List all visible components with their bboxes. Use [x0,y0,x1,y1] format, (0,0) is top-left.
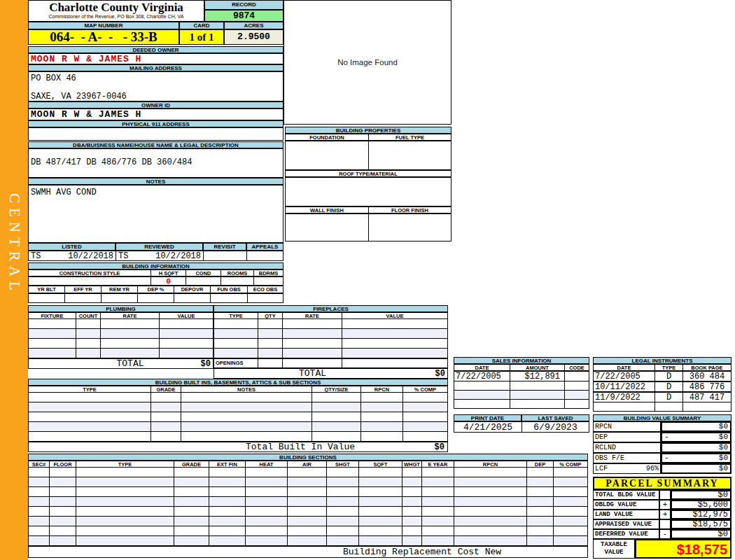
wall-finish-value [286,214,369,241]
empty-table-row [214,339,448,349]
bvs-op: - [664,454,669,462]
builtins-grade-label: GRADE [151,386,181,392]
bvs-lcf-label: LCF [595,465,608,472]
funobs-label: FUN OBS [211,286,248,293]
legal-row: 11/9/2022 D 487 417 [593,392,732,402]
whgt-label: WHGT [402,461,422,467]
mailing-line2: SAXE, VA 23967-0046 [29,83,283,102]
fireplaces-total-label: TOTAL [283,368,342,379]
legal-date: 7/22/2005 [594,372,655,381]
fireplaces-type-label: TYPE [214,313,258,318]
parcel-row: TOTAL BLDG VALUE $0 [593,490,732,500]
roof-label: ROOF TYPE/MATERIAL [285,170,451,177]
fireplaces-qty-label: QTY [258,313,283,318]
legal-type-label: TYPE [655,365,683,370]
record-label: RECORD [204,0,284,10]
builtins-notes-label: NOTES [181,386,312,392]
print-value-row: 4/21/2025 6/9/2023 [454,421,589,433]
secrpcn-label: RPCN [454,461,527,467]
bvs-dep-value: $0 [719,433,728,441]
empty-table-row [28,507,588,517]
last-saved-label: LAST SAVED [522,414,589,421]
sales-code [565,372,589,381]
plumbing-total-label: TOTAL [101,358,160,369]
legal-bookpage: 486 776 [683,382,731,391]
reviewed-date: 10/2/2018 [155,251,201,260]
land-value: $12,975 [671,510,732,519]
builtins-type-label: TYPE [29,386,151,392]
card-value: 1 of 1 [179,29,224,45]
record-value: 9874 [204,10,284,22]
construction-style-label: CONSTRUCTION STYLE [29,270,151,276]
wall-finish-label: WALL FINISH [286,207,369,213]
bvs-row: RPCN $0 [593,421,732,432]
deferred-value-label: DEFERRED VALUE [593,529,659,539]
cond-label: COND [186,270,221,276]
print-date-value: 4/21/2025 [454,422,522,432]
appeals-label: APPEALS [246,243,284,251]
building-value-summary-title: BUILDING VALUE SUMMARY [593,414,732,421]
revisit-label: REVISIT [203,243,246,251]
visits-value-row: TS 10/2/2018 TS 10/2/2018 [28,251,284,261]
obldg-value: $5,600 [671,500,732,510]
plumbing-empty-rows [28,319,214,358]
bdrms-label: BDRMS [254,270,283,276]
acres-value: 2.9500 [224,29,284,45]
county-header: Charlotte County Virginia Commissioner o… [28,0,204,22]
floor-finish-label: FLOOR FINISH [369,207,451,213]
appraised-value-label: APPRAISED VALUE [593,519,659,529]
empty-table-row [28,412,448,422]
empty-table-row [28,526,588,536]
revisit-value [204,251,247,260]
mailing-address-label: MAILING ADDRESS [28,64,284,71]
parcel-op: + [659,510,671,519]
building-sections-headers: SEC# FLOOR TYPE GRADE EXT FIN HEAT AIR S… [28,461,588,468]
heat-label: HEAT [246,461,288,467]
bvs-obsfe-value: $0 [719,454,728,462]
sales-amount-label: AMOUNT [510,365,565,370]
empty-table-row [28,487,588,497]
map-header-row: MAP NUMBER CARD ACRES [28,22,284,29]
parcel-op [659,490,671,500]
empty-table-row [28,402,448,412]
building-sections-empty-rows [28,468,588,546]
eyear-label: E YEAR [422,461,454,467]
taxable-value-label: TAXABLE VALUE [593,539,635,559]
appeals-value [247,251,283,260]
empty-table-row [593,402,732,412]
mailing-address-box: PO BOX 46 SAXE, VA 23967-0046 [28,71,284,102]
empty-table-row [28,319,214,329]
empty-table-row [28,497,588,507]
bvs-rclnd-label: RCLND [595,444,616,451]
map-number-value: 064- - A- - - 33-B [28,29,179,45]
empty-table-row [28,329,214,339]
parcel-op: + [659,500,671,510]
replacement-cost-label: Building Replacement Cost New [343,547,501,558]
parcel-row: DEFERRED VALUE - $0 [593,529,732,539]
shgt-label: SHGT [327,461,359,467]
map-value-row: 064- - A- - - 33-B 1 of 1 2.9500 [28,29,284,45]
floor-label: FLOOR [50,461,76,467]
empty-table-row [28,422,448,432]
fuel-type-label: FUEL TYPE [369,134,451,140]
plumbing-count-label: COUNT [76,313,101,318]
building-information-title: BUILDING INFORMATION [28,262,284,270]
visits-header-row: LISTED REVIEWED REVISIT APPEALS [28,243,284,251]
built-ins-title: BUILDING BUILT INS, BASEMENTS, ATTICS & … [28,379,448,386]
region-banner: CENTRAL [0,0,28,560]
fireplaces-title: FIREPLACES [214,305,448,312]
bvs-rpcn-value: $0 [719,423,728,430]
bvs-rpcn-label: RPCN [595,423,612,430]
hsqft-value: 0 [151,277,186,285]
builtins-comp-label: % COMP [403,386,447,392]
building-sections-title: BUILDING SECTIONS [28,454,588,461]
reviewed-label: REVIEWED [115,243,203,251]
listed-date: 10/2/2018 [68,251,113,260]
built-ins-total-value: $0 [355,442,447,452]
plumbing-total-value: $0 [160,359,213,369]
legal-date: 10/11/2022 [594,382,655,391]
total-bldg-value-label: TOTAL BLDG VALUE [593,490,659,500]
bdrms-value [254,277,283,285]
secdep-label: DEP [527,461,554,467]
building-properties-boxes2 [285,214,451,241]
